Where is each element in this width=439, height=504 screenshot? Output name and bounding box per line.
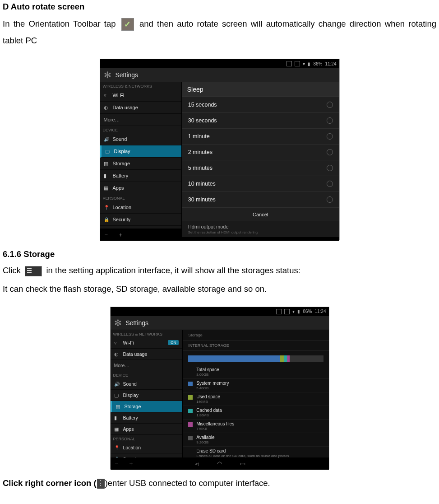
sidebar-label-apps: Apps — [113, 185, 124, 191]
storage-item-label: Available — [196, 435, 214, 440]
settings-sidebar: WIRELESS & NETWORKS Wi-Fi Data usage Mor… — [100, 82, 182, 229]
wifi-icon — [104, 93, 109, 98]
sidebar-item-location[interactable]: Location — [111, 442, 183, 453]
wifi-on-toggle[interactable]: ON — [168, 340, 179, 345]
app-title: Settings — [116, 71, 139, 79]
radio-icon — [327, 196, 333, 203]
sidebar-label-display: Display — [123, 392, 139, 398]
sleep-option-30m[interactable]: 30 minutes — [182, 192, 339, 208]
sleep-option-10m[interactable]: 10 minutes — [182, 176, 339, 192]
nav-volume-down-icon[interactable]: − — [105, 231, 108, 239]
sidebar-header-wireless: WIRELESS & NETWORKS — [100, 82, 181, 89]
radio-icon — [327, 181, 333, 187]
location-icon — [114, 445, 120, 450]
sleep-option-5m[interactable]: 5 minutes — [182, 160, 339, 176]
option-label: 2 minutes — [188, 149, 213, 155]
paragraph-usb-connected: Click right corner icon ()enter USB conn… — [3, 478, 436, 489]
sidebar-header-wireless: WIRELESS & NETWORKS — [111, 330, 183, 337]
hdmi-output-mode-item[interactable]: Hdmi output mode — [182, 221, 339, 230]
sidebar-label-security: Security — [123, 456, 140, 457]
sidebar-item-apps[interactable]: Apps — [100, 182, 181, 194]
sidebar-item-display[interactable]: Display — [111, 390, 183, 401]
usb-status-icon — [276, 309, 282, 314]
status-time: 11:24 — [325, 61, 336, 66]
storage-bar-segment — [280, 355, 284, 362]
option-label: 10 minutes — [188, 181, 216, 187]
storage-list-item[interactable]: Erase SD cardErases all data on the SD c… — [183, 447, 328, 460]
sleep-option-2m[interactable]: 2 minutes — [182, 145, 339, 160]
sidebar-item-security[interactable]: Security — [100, 214, 181, 226]
sidebar-item-more[interactable]: More… — [100, 114, 181, 126]
storage-item-label: Used space — [196, 394, 220, 400]
sidebar-item-battery[interactable]: Battery — [111, 412, 183, 424]
location-icon — [104, 205, 109, 210]
sidebar-item-wifi[interactable]: Wi-Fi ON — [111, 337, 183, 349]
sleep-option-15s[interactable]: 15 seconds — [182, 97, 339, 113]
storage-list-item[interactable]: System memory5.40GB — [183, 379, 328, 392]
sidebar-label-battery: Battery — [113, 173, 129, 178]
auto-rotate-check-icon — [121, 18, 134, 31]
storage-list-item: Available9.20GB — [183, 433, 328, 447]
settings-gear-icon — [104, 71, 112, 79]
sidebar-item-storage[interactable]: Storage — [100, 158, 181, 170]
storage-item-sub: 8.00GB — [196, 373, 219, 377]
radio-icon — [327, 102, 333, 108]
heading-616-storage: 6.1.6 Storage — [3, 249, 436, 259]
sidebar-item-location[interactable]: Location — [100, 201, 181, 214]
title-bar: Settings — [100, 68, 339, 82]
battery-percent: 86% — [303, 309, 312, 314]
text-enter-usb-interface: )enter USB connected to computer interfa… — [105, 478, 270, 488]
storage-menu-icon — [25, 266, 42, 276]
radio-icon — [327, 149, 333, 155]
radio-icon — [327, 117, 333, 124]
sidebar-item-wifi[interactable]: Wi-Fi — [100, 89, 181, 102]
nav-volume-up-icon[interactable]: ＋ — [128, 460, 134, 468]
sidebar-label-storage: Storage — [113, 161, 130, 166]
nav-home-icon[interactable]: ◠ — [217, 460, 222, 467]
storage-icon — [104, 161, 109, 166]
option-label: 30 minutes — [188, 196, 216, 203]
nav-volume-up-icon[interactable]: ＋ — [118, 231, 124, 239]
sidebar-item-display[interactable]: Display — [100, 145, 181, 158]
storage-bar-segment — [188, 355, 280, 362]
sidebar-item-security[interactable]: Security — [111, 453, 183, 457]
sidebar-label-sound: Sound — [123, 381, 137, 387]
storage-list-item[interactable]: Miscellaneous files776KB — [183, 420, 328, 433]
nav-recent-icon[interactable]: ▭ — [240, 460, 245, 467]
sound-icon — [114, 381, 120, 387]
nav-volume-down-icon[interactable]: − — [115, 460, 119, 468]
battery-status-icon: ▮ — [308, 61, 310, 66]
sidebar-label-location: Location — [123, 445, 141, 450]
storage-item-label: System memory — [196, 381, 229, 386]
storage-item-label: Total space — [196, 367, 219, 373]
heading-d-auto-rotate: D Auto rotate screen — [3, 2, 436, 12]
nav-back-icon[interactable]: ◅ — [194, 460, 199, 467]
sleep-option-30s[interactable]: 30 seconds — [182, 113, 339, 129]
battery-percent: 86% — [313, 61, 322, 66]
internal-storage-header: INTERNAL STORAGE — [183, 341, 328, 351]
usb-overflow-icon — [97, 479, 105, 489]
sidebar-item-apps[interactable]: Apps — [111, 424, 183, 435]
sidebar-item-more[interactable]: More… — [111, 360, 183, 371]
storage-list-item[interactable]: Cached data1.86MB — [183, 406, 328, 420]
sleep-option-1m[interactable]: 1 minute — [182, 129, 339, 145]
storage-list-item[interactable]: Used space146MB — [183, 392, 328, 406]
sidebar-item-sound[interactable]: Sound — [111, 378, 183, 390]
storage-usage-bar — [188, 355, 323, 362]
status-bar: ▾ ▮ 86% 11:24 — [100, 59, 339, 68]
radio-icon — [327, 165, 333, 171]
sidebar-label-wifi: Wi-Fi — [113, 93, 125, 98]
sidebar-label-sound: Sound — [113, 136, 127, 142]
status-time: 11:24 — [314, 309, 326, 314]
sidebar-item-sound[interactable]: Sound — [100, 133, 181, 145]
sidebar-header-device: DEVICE — [111, 371, 183, 378]
sidebar-item-data[interactable]: Data usage — [111, 349, 183, 360]
hdmi-output-mode-sub: Set the resolution of HDMI output render… — [182, 230, 339, 237]
sd-status-icon — [295, 61, 300, 66]
sidebar-item-storage[interactable]: Storage — [111, 401, 183, 412]
radio-icon — [327, 133, 333, 140]
dialog-cancel-button[interactable]: Cancel — [182, 208, 339, 221]
sidebar-item-data[interactable]: Data usage — [100, 102, 181, 114]
sd-status-icon — [284, 309, 290, 314]
sidebar-item-battery[interactable]: Battery — [100, 170, 181, 182]
